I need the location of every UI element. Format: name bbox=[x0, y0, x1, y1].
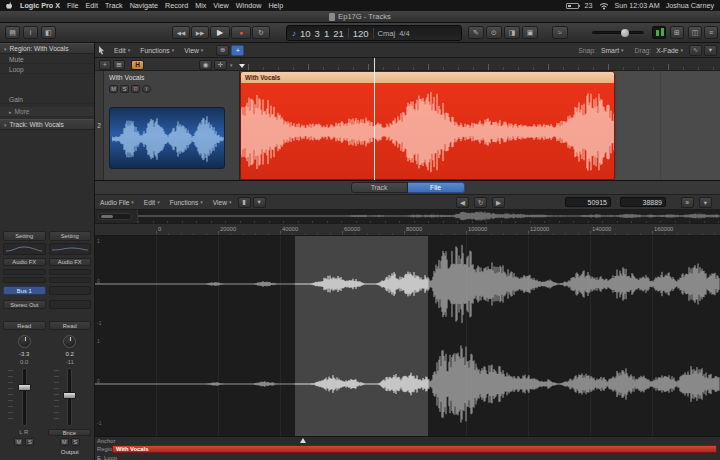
track-icon[interactable] bbox=[109, 107, 225, 169]
control-bar-menu-button[interactable]: ≡ bbox=[704, 26, 718, 39]
lcd-key[interactable]: Cmaj bbox=[378, 29, 396, 38]
strip-mute-button-right[interactable]: M bbox=[60, 438, 69, 446]
region-loop-row[interactable]: Loop bbox=[0, 65, 94, 74]
marquee-tool-button[interactable]: + bbox=[231, 45, 244, 56]
region-mute-row[interactable]: Mute bbox=[0, 55, 94, 64]
editor-functions-menu[interactable]: Functions▾ bbox=[165, 199, 208, 206]
pan-knob-left[interactable] bbox=[18, 335, 31, 348]
pan-knob-right[interactable] bbox=[63, 335, 76, 348]
menu-window[interactable]: Window bbox=[236, 1, 262, 10]
record-button[interactable]: ● bbox=[231, 26, 251, 39]
sample-ruler[interactable]: 0200004000060000800001000001200001400001… bbox=[95, 224, 720, 236]
pointer-tool-icon[interactable] bbox=[98, 46, 106, 55]
waveform-zoom-widget[interactable] bbox=[98, 213, 132, 220]
output-slot-right[interactable] bbox=[49, 300, 92, 309]
menu-mix[interactable]: Mix bbox=[195, 1, 206, 10]
toolbar-toggle-button[interactable]: ▤ bbox=[5, 26, 20, 39]
strip-solo-button-left[interactable]: S bbox=[25, 438, 34, 446]
tracks-canvas[interactable]: With Vocals bbox=[240, 71, 720, 180]
menu-view[interactable]: View bbox=[213, 1, 228, 10]
playhead[interactable] bbox=[374, 58, 375, 180]
menu-record[interactable]: Record bbox=[165, 1, 188, 10]
editor-list-button[interactable]: ≡ bbox=[681, 197, 694, 208]
apple-menu-icon[interactable] bbox=[6, 1, 13, 10]
menu-user[interactable]: Joshua Carney bbox=[666, 1, 714, 10]
flex-button[interactable]: ≈ bbox=[552, 26, 568, 39]
editor-region-bar[interactable]: With Vocals bbox=[112, 445, 717, 453]
eq-display-left[interactable] bbox=[3, 243, 46, 255]
selection-length-display[interactable]: 38889 bbox=[620, 197, 666, 207]
add-track-button[interactable]: + bbox=[99, 60, 111, 70]
inspector-more-row[interactable]: ▸More bbox=[0, 107, 94, 117]
lcd-division[interactable]: 1 bbox=[324, 28, 329, 39]
lcd-tempo[interactable]: 120 bbox=[353, 28, 369, 39]
waveform-display[interactable]: 1 0 -1 1 0 -1 bbox=[95, 236, 720, 436]
bar-ruler[interactable] bbox=[240, 58, 720, 70]
editor-view-menu[interactable]: View▾ bbox=[208, 199, 237, 206]
track-input-monitor-button[interactable]: I bbox=[142, 85, 151, 93]
track-record-button[interactable]: R bbox=[131, 85, 140, 93]
editor-tab-file[interactable]: File bbox=[408, 182, 465, 193]
quick-help-button[interactable]: ◧ bbox=[41, 26, 56, 39]
automation-toggle-button[interactable]: ◉ bbox=[199, 60, 212, 70]
menu-clock[interactable]: Sun 12:03 AM bbox=[615, 1, 660, 10]
fx-slot[interactable] bbox=[49, 269, 92, 275]
selection-start-display[interactable]: 50915 bbox=[565, 197, 611, 207]
cycle-button[interactable]: ↻ bbox=[252, 26, 270, 39]
master-volume-slider[interactable] bbox=[592, 31, 644, 34]
fx-slot[interactable] bbox=[3, 269, 46, 275]
solo-mode-button[interactable]: ◨ bbox=[504, 26, 520, 39]
bounce-button[interactable]: Bnce bbox=[48, 429, 92, 436]
snap-select[interactable]: Smart▾ bbox=[596, 47, 629, 54]
view-menu[interactable]: View▾ bbox=[179, 47, 208, 54]
editor-prev-button[interactable]: ◀ bbox=[456, 197, 469, 208]
functions-menu[interactable]: Functions▾ bbox=[135, 47, 179, 54]
lcd-timesig[interactable]: 4/4 bbox=[399, 29, 409, 38]
strip-solo-button-right[interactable]: S bbox=[71, 438, 80, 446]
menu-navigate[interactable]: Navigate bbox=[130, 1, 158, 10]
editor-tool-menu-button[interactable]: ▾ bbox=[253, 197, 266, 208]
menu-help[interactable]: Help bbox=[268, 1, 283, 10]
text-tool-button[interactable]: ▮ bbox=[238, 197, 251, 208]
volume-fader-left[interactable] bbox=[3, 368, 46, 426]
menu-track[interactable]: Track bbox=[105, 1, 123, 10]
volume-fader-right[interactable] bbox=[49, 368, 92, 426]
track-zoom-chevron-icon[interactable]: ▾ bbox=[230, 62, 233, 68]
track-name[interactable]: With Vocals bbox=[109, 74, 145, 81]
audio-fx-label-right[interactable]: Audio FX bbox=[49, 258, 92, 266]
waveform-overview[interactable] bbox=[137, 210, 720, 223]
volume-slider-knob[interactable] bbox=[621, 29, 629, 37]
region-header[interactable]: With Vocals bbox=[241, 72, 614, 83]
fader-knob[interactable] bbox=[63, 392, 76, 399]
fx-slot[interactable] bbox=[49, 277, 92, 283]
edit-menu[interactable]: Edit▾ bbox=[109, 47, 135, 54]
zoom-tool-button[interactable]: ⊙ bbox=[486, 26, 502, 39]
audio-fx-label-left[interactable]: Audio FX bbox=[3, 258, 46, 266]
catch-playhead-button[interactable]: ⊕ bbox=[216, 45, 229, 56]
inspector-toggle-button[interactable]: i bbox=[23, 26, 38, 39]
region-gain-row[interactable]: Gain bbox=[0, 95, 94, 104]
zoom-presets-button[interactable]: ▾ bbox=[704, 45, 717, 56]
flex-toggle-button[interactable]: ✛ bbox=[214, 60, 227, 70]
track-solo-button[interactable]: S bbox=[120, 85, 129, 93]
tuner-button[interactable]: ▣ bbox=[522, 26, 538, 39]
region-inspector-header[interactable]: ▾Region: With Vocals bbox=[0, 43, 94, 54]
play-button[interactable]: ▶ bbox=[210, 26, 230, 39]
drag-select[interactable]: X-Fade▾ bbox=[651, 47, 688, 54]
automation-mode-left[interactable]: Read bbox=[3, 321, 46, 330]
selection-region[interactable] bbox=[295, 236, 428, 436]
fx-slot[interactable] bbox=[3, 277, 46, 283]
automation-mode-right[interactable]: Read bbox=[49, 321, 92, 330]
audio-file-menu[interactable]: Audio File▾ bbox=[95, 199, 139, 206]
editor-cycle-button[interactable]: ↻ bbox=[474, 197, 487, 208]
media-browser-button[interactable]: ◫ bbox=[688, 26, 702, 39]
pencil-tool-button[interactable]: ✎ bbox=[468, 26, 484, 39]
menu-app-name[interactable]: Logic Pro X bbox=[20, 1, 60, 10]
wifi-icon[interactable] bbox=[599, 2, 609, 10]
track-mute-button[interactable]: M bbox=[109, 85, 118, 93]
rewind-button[interactable]: ◀◀ bbox=[172, 26, 190, 39]
forward-button[interactable]: ▶▶ bbox=[191, 26, 209, 39]
anchor-marker[interactable] bbox=[300, 438, 306, 443]
channel-setting-button-right[interactable]: Setting bbox=[49, 231, 92, 241]
track-header[interactable]: 2 With Vocals M S R I bbox=[95, 71, 240, 180]
